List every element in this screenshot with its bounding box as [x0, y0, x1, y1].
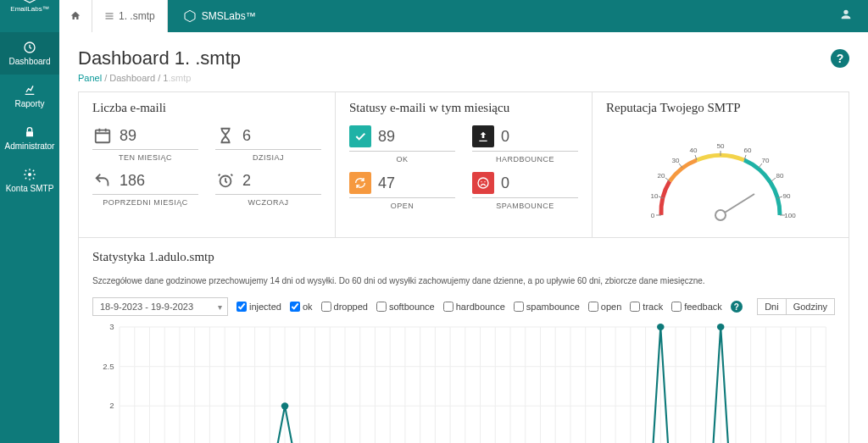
metric-prev-month: 186 POPRZEDNI MIESIĄC	[92, 170, 198, 207]
filter-track[interactable]: track	[630, 302, 663, 312]
gear-icon	[23, 168, 36, 181]
help-icon[interactable]: ?	[831, 49, 849, 68]
sidebar-item-dashboard[interactable]: Dashboard	[0, 32, 59, 75]
svg-text:90: 90	[783, 192, 791, 200]
clock-icon	[23, 41, 36, 54]
svg-rect-1	[26, 131, 33, 136]
svg-text:10: 10	[651, 192, 659, 200]
filter-ok[interactable]: ok	[290, 302, 313, 312]
metric-today: 6 DZISIAJ	[215, 125, 321, 162]
calendar-icon	[92, 125, 113, 146]
tab-account[interactable]: 1. .smtp	[92, 0, 168, 32]
upload-icon	[472, 125, 494, 147]
topbar: EmailLabs™ 1. .smtp SMSLabs™	[0, 0, 868, 32]
stats-heading: Statystyka 1.adulo.smtp	[92, 250, 835, 264]
svg-text:60: 60	[744, 147, 752, 154]
stats-note: Szczegółowe dane godzinowe przechowujemy…	[92, 276, 835, 285]
svg-point-5	[478, 178, 488, 188]
panel-heading: Statusy e-maili w tym miesiącu	[349, 101, 578, 115]
page-title-row: Dashboard 1. .smtp ?	[78, 47, 849, 69]
panel-heading: Liczba e-maili	[92, 101, 321, 115]
metric-this-month: 89 TEN MIESIĄC	[92, 125, 198, 162]
btn-days[interactable]: Dni	[757, 298, 787, 315]
check-icon	[349, 125, 371, 147]
svg-text:40: 40	[690, 147, 698, 154]
svg-point-6	[481, 181, 481, 182]
tab-strip: 1. .smtp SMSLabs™	[59, 0, 271, 32]
stats-chart: 32.521.5	[92, 323, 835, 443]
brand-name: EmailLabs™	[10, 5, 48, 13]
svg-text:30: 30	[672, 157, 680, 164]
sidebar-item-smtp[interactable]: Konta SMTP	[0, 159, 59, 202]
chart-icon	[23, 83, 36, 97]
svg-text:70: 70	[762, 157, 770, 164]
svg-rect-3	[96, 130, 110, 143]
panel-heading: Reputacja Twojego SMTP	[606, 101, 835, 115]
metric-yesterday: 2 WCZORAJ	[215, 170, 321, 207]
sidebar-item-label: Raporty	[14, 99, 44, 108]
filter-spambounce[interactable]: spambounce	[514, 302, 580, 312]
sidebar-item-admin[interactable]: Administrator	[0, 117, 59, 159]
filter-feedback[interactable]: feedback	[671, 302, 722, 312]
sidebar: Dashboard Raporty Administrator Konta SM…	[0, 32, 59, 443]
date-range-select[interactable]: 18-9-2023 - 19-9-2023	[92, 297, 228, 316]
svg-text:100: 100	[784, 212, 796, 219]
sidebar-item-reports[interactable]: Raporty	[0, 75, 59, 117]
metric-ok: 89 OK	[349, 125, 455, 163]
svg-text:50: 50	[717, 142, 725, 150]
filter-injected[interactable]: injected	[236, 302, 281, 312]
refresh-icon	[349, 172, 371, 194]
svg-point-90	[717, 324, 725, 330]
svg-point-7	[484, 181, 485, 182]
svg-line-16	[771, 178, 776, 181]
filter-softbounce[interactable]: softbounce	[376, 302, 435, 312]
tab-smslabs[interactable]: SMSLabs™	[168, 0, 271, 32]
user-icon[interactable]	[839, 8, 853, 21]
stats-controls: 18-9-2023 - 19-9-2023 injected ok droppe…	[92, 297, 835, 316]
help-icon[interactable]: ?	[731, 301, 743, 313]
svg-text:2: 2	[109, 402, 114, 411]
page-title: Dashboard 1. .smtp	[78, 47, 241, 69]
stats-section: Statystyka 1.adulo.smtp Szczegółowe dane…	[78, 238, 849, 443]
svg-point-88	[281, 402, 289, 409]
tab-home[interactable]	[59, 0, 92, 32]
sidebar-item-label: Dashboard	[9, 57, 51, 66]
brand-logo: EmailLabs™	[0, 0, 59, 16]
frown-icon	[472, 172, 494, 194]
lock-icon	[23, 125, 36, 139]
svg-text:0: 0	[651, 212, 655, 219]
main-content: Dashboard 1. .smtp ? Panel / Dashboard /…	[59, 32, 868, 443]
svg-text:3: 3	[109, 323, 114, 331]
tab-account-label: 1. .smtp	[119, 10, 155, 22]
breadcrumb-panel[interactable]: Panel	[78, 73, 102, 83]
filter-hardbounce[interactable]: hardbounce	[443, 302, 505, 312]
filter-open[interactable]: open	[588, 302, 621, 312]
hourglass-icon	[215, 125, 236, 146]
breadcrumb: Panel / Dashboard / 1.smtp	[78, 73, 849, 83]
alarm-icon	[215, 170, 236, 191]
svg-text:80: 80	[776, 172, 784, 180]
sidebar-item-label: Administrator	[5, 141, 55, 151]
svg-text:2.5: 2.5	[103, 363, 114, 371]
panel-email-count: Liczba e-maili 89 TEN MIESIĄC 6	[79, 92, 336, 237]
svg-point-89	[657, 324, 665, 330]
panel-reputation: Reputacja Twojego SMTP	[593, 92, 849, 237]
btn-hours[interactable]: Godziny	[787, 298, 835, 315]
tab-smslabs-label: SMSLabs™	[202, 10, 256, 22]
gauge-chart: 01020 304050 607080 90100	[636, 130, 805, 224]
panel-email-status: Statusy e-maili w tym miesiącu 89 OK 0	[336, 92, 593, 237]
svg-point-31	[715, 210, 726, 220]
svg-line-30	[721, 194, 754, 215]
undo-icon	[92, 170, 113, 191]
svg-point-2	[28, 173, 31, 176]
metric-open: 47 OPEN	[349, 172, 455, 210]
sidebar-item-label: Konta SMTP	[6, 184, 54, 193]
metric-spambounce: 0 SPAMBOUNCE	[472, 172, 578, 210]
svg-text:20: 20	[658, 172, 665, 180]
metric-hardbounce: 0 HARDBOUNCE	[472, 125, 578, 163]
filter-dropped[interactable]: dropped	[321, 302, 368, 312]
